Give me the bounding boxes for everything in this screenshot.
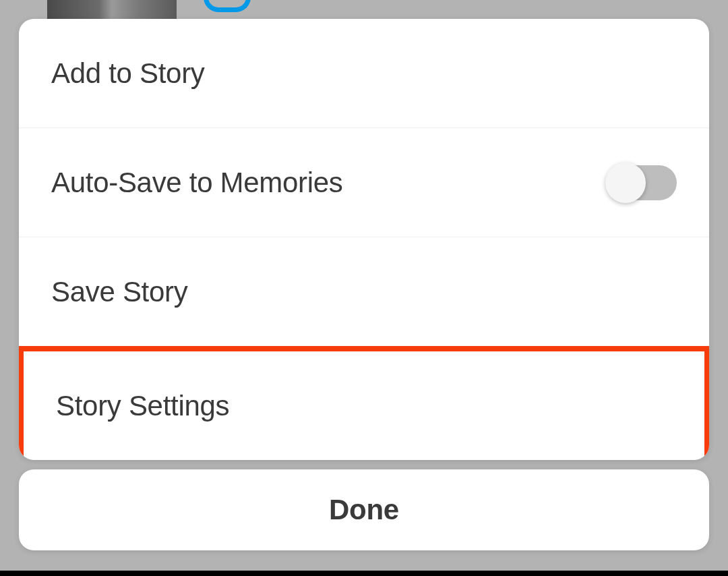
done-button[interactable]: Done: [19, 469, 709, 550]
auto-save-memories-item[interactable]: Auto-Save to Memories: [19, 128, 709, 237]
save-story-item[interactable]: Save Story: [19, 237, 709, 347]
toggle-knob: [605, 163, 646, 203]
auto-save-toggle[interactable]: [608, 165, 677, 200]
auto-save-memories-label: Auto-Save to Memories: [51, 167, 343, 199]
story-actions-menu: Add to Story Auto-Save to Memories Save …: [19, 19, 709, 460]
background-camera-icon: [204, 0, 251, 12]
story-settings-label: Story Settings: [56, 390, 229, 422]
story-settings-item[interactable]: Story Settings: [19, 346, 709, 460]
save-story-label: Save Story: [51, 276, 187, 308]
done-button-label: Done: [329, 494, 399, 526]
bottom-black-bar: [0, 571, 728, 576]
background-thumbnail: [47, 0, 177, 20]
add-to-story-label: Add to Story: [51, 57, 205, 90]
add-to-story-item[interactable]: Add to Story: [19, 19, 709, 128]
